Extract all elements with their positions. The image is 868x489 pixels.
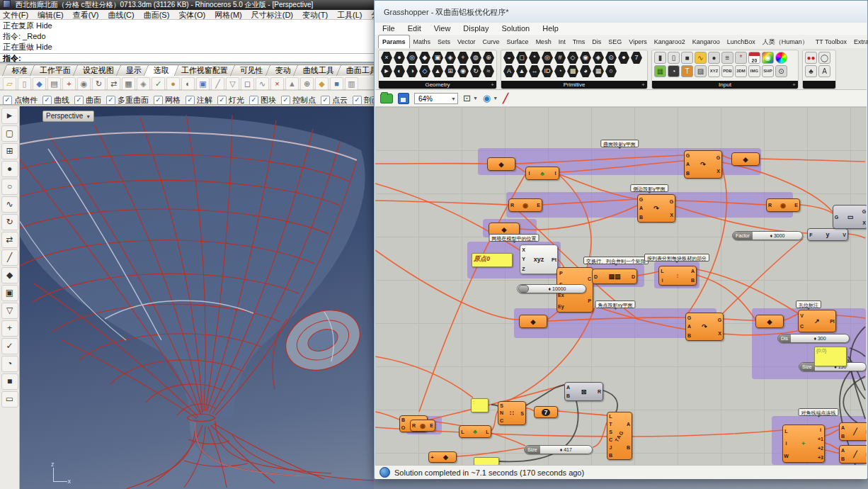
- filter-checkbox[interactable]: 曲面: [74, 94, 101, 107]
- port-V[interactable]: V: [799, 313, 804, 318]
- port-E[interactable]: E: [429, 423, 434, 428]
- component-icon[interactable]: ◉: [580, 52, 591, 64]
- component-icon[interactable]: ●: [394, 52, 405, 64]
- rhino-tool-icon[interactable]: ▭: [1, 391, 18, 408]
- component-icon[interactable]: ≈: [483, 65, 494, 77]
- grasshopper-tab[interactable]: SEG: [605, 35, 625, 48]
- gray-orient-partial[interactable]: G▭GX: [833, 205, 867, 229]
- component-icon[interactable]: PDB: [721, 65, 733, 77]
- component-icon[interactable]: A: [818, 65, 830, 77]
- rhino-tool-icon[interactable]: ✓: [1, 338, 18, 354]
- rhino-toolbar-icon[interactable]: ▽: [226, 77, 239, 90]
- port-P[interactable]: P: [558, 271, 564, 276]
- grasshopper-menu-item[interactable]: Solution: [501, 24, 530, 33]
- zoom-extents-icon[interactable]: ⊡: [463, 93, 471, 104]
- checkbox-icon[interactable]: [353, 96, 362, 105]
- port-G[interactable]: G: [834, 215, 839, 220]
- rhino-toolbar-icon[interactable]: ✓: [152, 77, 165, 90]
- port-Pl[interactable]: Pl: [830, 319, 835, 324]
- checkbox-icon[interactable]: [154, 96, 163, 105]
- rhino-toolbar-icon[interactable]: ◆: [315, 77, 329, 90]
- rhino-toolbar-icon[interactable]: ◈: [137, 77, 150, 90]
- component-icon[interactable]: ○: [605, 65, 617, 77]
- port-+2[interactable]: +2: [818, 446, 823, 451]
- rhino-tool-icon[interactable]: +: [1, 320, 18, 337]
- rhino-toolbar-icon[interactable]: ◆: [33, 77, 46, 90]
- component-icon[interactable]: ▦: [593, 65, 604, 77]
- rhino-menu-item[interactable]: 文件(F): [3, 11, 28, 19]
- checkbox-icon[interactable]: [249, 96, 258, 105]
- component-icon[interactable]: ●●: [805, 52, 817, 64]
- grasshopper-tab[interactable]: Dis: [588, 35, 605, 48]
- port-N[interactable]: N: [499, 410, 504, 415]
- edge-param-right[interactable]: R◉E: [766, 198, 800, 212]
- rhino-tool-icon[interactable]: ▽: [1, 303, 18, 319]
- port-X[interactable]: X: [669, 213, 674, 218]
- port-A[interactable]: A: [687, 324, 692, 329]
- line-ab-2[interactable]: AB╱L: [839, 445, 867, 463]
- grasshopper-menu-item[interactable]: Edit: [408, 24, 421, 33]
- slider-handle[interactable]: [518, 285, 529, 293]
- port-P[interactable]: P: [587, 298, 592, 303]
- port-B[interactable]: B: [840, 456, 845, 461]
- component-icon[interactable]: ●: [708, 52, 720, 64]
- geometry-pipe-5[interactable]: ◆: [755, 315, 784, 328]
- component-icon[interactable]: IMG: [748, 65, 760, 77]
- rhino-toolbar-icon[interactable]: ▲: [285, 77, 299, 90]
- component-icon[interactable]: ▣: [432, 52, 443, 64]
- filter-checkbox[interactable]: 点物件: [3, 94, 38, 107]
- port-Pt[interactable]: Pt: [552, 257, 556, 262]
- filter-checkbox[interactable]: 曲线: [42, 94, 69, 107]
- grasshopper-menu-item[interactable]: Help: [542, 24, 559, 33]
- component-icon[interactable]: ◍: [470, 52, 481, 64]
- component-icon[interactable]: ◐: [394, 65, 405, 77]
- rhino-toolbar-tab[interactable]: 工作视窗配置: [171, 64, 238, 76]
- grasshopper-tab[interactable]: Surface: [503, 35, 532, 48]
- port-R[interactable]: R: [597, 389, 602, 394]
- rhino-toolbar-icon[interactable]: ╱: [211, 77, 224, 90]
- port-G[interactable]: G: [716, 155, 721, 160]
- component-icon[interactable]: ≡: [721, 52, 733, 64]
- rhino-toolbar-icon[interactable]: ▣: [196, 77, 210, 90]
- rhino-tool-icon[interactable]: ↻: [1, 214, 18, 230]
- rhino-toolbar-icon[interactable]: ▦: [122, 77, 135, 90]
- port-B[interactable]: B: [608, 453, 613, 458]
- construct-point[interactable]: XYZxyzPt: [520, 244, 558, 274]
- rhino-toolbar-icon[interactable]: ■: [330, 77, 343, 90]
- component-icon[interactable]: ↔: [529, 65, 540, 77]
- rhino-toolbar-icon[interactable]: ▱: [3, 77, 16, 90]
- rhino-tool-icon[interactable]: ■: [1, 373, 18, 390]
- gray-param[interactable]: FyV: [807, 228, 848, 241]
- rhino-menu-item[interactable]: 查看(V): [73, 11, 99, 19]
- rhino-tool-icon[interactable]: ●: [1, 161, 18, 177]
- component-icon[interactable]: ⊙: [775, 65, 787, 77]
- grasshopper-titlebar[interactable]: Grasshopper - 双曲面铝板优化程序*: [375, 1, 867, 23]
- rhino-toolbar-icon[interactable]: ◐: [181, 77, 195, 90]
- rhino-toolbar-tab[interactable]: 选取: [144, 64, 179, 76]
- plane-normal[interactable]: VC↗Pl: [798, 310, 836, 332]
- component-icon[interactable]: ◕: [580, 65, 591, 77]
- component-icon[interactable]: ◯: [775, 52, 787, 64]
- component-icon[interactable]: ◇: [567, 52, 578, 64]
- rhino-menu-item[interactable]: 网格(M): [215, 11, 242, 19]
- component-icon[interactable]: ▲: [516, 65, 527, 77]
- slider-dis[interactable]: Dis♦ 300: [777, 334, 850, 343]
- component-icon[interactable]: ◈: [445, 52, 456, 64]
- port-X[interactable]: X: [862, 220, 867, 225]
- rhino-tool-icon[interactable]: ◆: [1, 267, 18, 283]
- text-tag-3d[interactable]: LTSCJBTAGAB: [607, 412, 632, 460]
- port-B[interactable]: B: [401, 417, 406, 422]
- grasshopper-menu-item[interactable]: File: [382, 24, 395, 33]
- component-icon[interactable]: ∿: [695, 52, 707, 64]
- component-icon[interactable]: ▯: [668, 52, 680, 64]
- port-W[interactable]: W: [784, 454, 789, 459]
- port-A[interactable]: A: [566, 385, 571, 390]
- expand-icon[interactable]: +: [491, 81, 494, 89]
- component-icon[interactable]: ■: [681, 52, 693, 64]
- port-J[interactable]: J: [608, 445, 613, 450]
- rhino-toolbar-icon[interactable]: ◻: [241, 77, 254, 90]
- rhino-tool-icon[interactable]: ►: [1, 108, 18, 124]
- port-R[interactable]: R: [411, 423, 416, 428]
- relative-item[interactable]: LiW+i+1+2+3: [782, 425, 825, 463]
- checkbox-icon[interactable]: [106, 96, 115, 105]
